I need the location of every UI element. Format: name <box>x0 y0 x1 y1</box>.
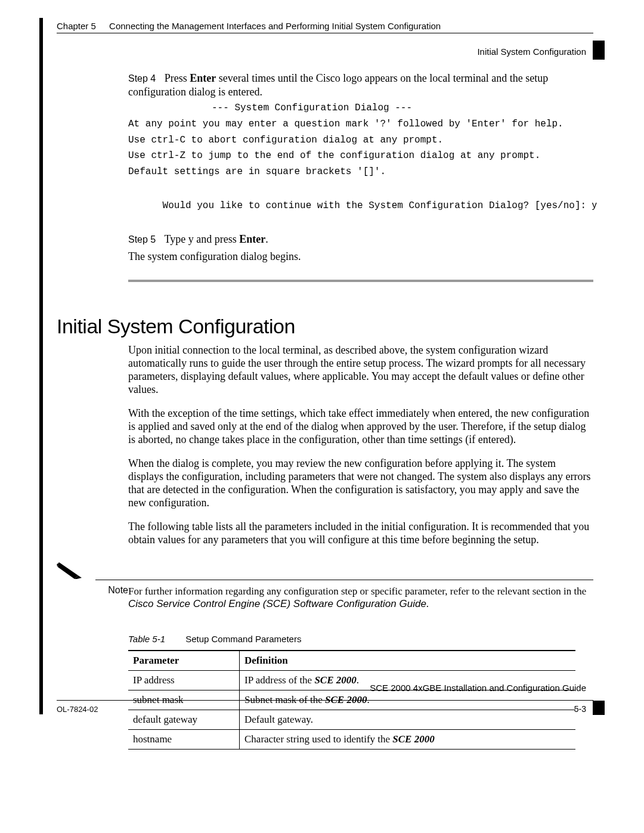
table-row: hostname Character string used to identi… <box>128 730 575 750</box>
def-pre: IP address of the <box>244 674 314 686</box>
left-margin-bar <box>39 18 43 714</box>
dialog-prompt-row: Would you like to continue with the Syst… <box>128 187 593 224</box>
footer-rule <box>57 700 593 701</box>
note-post: . <box>426 598 429 609</box>
document-page: Chapter 5 Connecting the Management Inte… <box>0 0 644 833</box>
table-row: default gateway Default gateway. <box>128 710 575 730</box>
col-definition: Definition <box>240 651 576 671</box>
dialog-answer: y <box>592 200 597 210</box>
step-5: Step 5 Type y and press Enter. <box>128 233 593 246</box>
step-5-label: Step 5 <box>128 234 156 244</box>
chapter-title: Connecting the Management Interfaces and… <box>109 21 441 31</box>
note-label: Note <box>95 585 128 596</box>
after-step5-text: The system configuration dialog begins. <box>128 250 593 264</box>
table-title: Setup Command Parameters <box>185 634 301 644</box>
def-pre: Default gateway. <box>244 714 313 725</box>
def-cell: Default gateway. <box>240 710 576 730</box>
footer-doc-id: OL-7824-02 <box>57 705 98 714</box>
table-caption: Table 5-1 Setup Command Parameters <box>128 634 593 644</box>
dialog-title: --- System Configuration Dialog --- <box>212 102 593 114</box>
param-cell: IP address <box>128 671 240 690</box>
chapter-label: Chapter 5 <box>57 21 96 31</box>
dialog-line-2: Use ctrl-C to abort configuration dialog… <box>128 134 593 147</box>
note-pre: For further information regarding any co… <box>128 586 586 597</box>
step-4-text: Press Enter several times until the Cisc… <box>128 72 548 98</box>
def-em: SCE 2000 <box>392 733 434 745</box>
para-2: With the exception of the time settings,… <box>128 407 593 447</box>
footer-tab-box <box>593 701 605 715</box>
note-text: For further information regarding any co… <box>128 585 593 611</box>
section-label: Initial System Configuration <box>477 47 586 57</box>
step-5-post: . <box>265 233 268 245</box>
pencil-icon <box>57 559 84 580</box>
footer-guide-title: SCE 2000 4xGBE Installation and Configur… <box>370 683 586 693</box>
step-4: Step 4 Press Enter several times until t… <box>128 72 593 98</box>
def-pre: Character string used to identify the <box>244 733 392 745</box>
dialog-prompt: Would you like to continue with the Syst… <box>163 200 592 211</box>
header-tab-box <box>593 41 605 60</box>
note-block: Note For further information regarding a… <box>95 580 593 611</box>
para-4: The following table lists all the parame… <box>128 521 593 547</box>
dialog-line-1: At any point you may enter a question ma… <box>128 118 593 131</box>
def-cell: Character string used to identify the SC… <box>240 730 576 750</box>
enter-key-2: Enter <box>239 233 265 245</box>
footer-page-number: 5-3 <box>574 704 586 714</box>
para-1: Upon initial connection to the local ter… <box>128 344 593 397</box>
step-4-label: Step 4 <box>128 73 156 83</box>
table-header-row: Parameter Definition <box>128 651 575 671</box>
section-heading: Initial System Configuration <box>57 315 593 338</box>
dialog-line-3: Use ctrl-Z to jump to the end of the con… <box>128 150 593 162</box>
table-number: Table 5-1 <box>128 634 165 644</box>
step-4-pre: Press <box>165 72 190 84</box>
col-parameter: Parameter <box>128 651 240 671</box>
section-divider <box>128 280 593 282</box>
note-cite: Cisco Service Control Engine (SCE) Softw… <box>128 598 426 609</box>
enter-key: Enter <box>190 72 216 84</box>
header-rule <box>57 33 593 33</box>
param-cell: hostname <box>128 730 240 750</box>
step-5-text: Type y and press Enter. <box>164 233 268 245</box>
content-area: Step 4 Press Enter several times until t… <box>57 72 593 750</box>
svg-marker-0 <box>58 562 78 579</box>
dialog-line-4: Default settings are in square brackets … <box>128 166 593 178</box>
step-5-pre: Type y and press <box>164 233 239 245</box>
def-post: . <box>357 674 359 686</box>
running-header: Chapter 5 Connecting the Management Inte… <box>57 21 593 31</box>
para-3: When the dialog is complete, you may rev… <box>128 457 593 510</box>
param-cell: default gateway <box>128 710 240 730</box>
def-em: SCE 2000 <box>314 674 356 686</box>
